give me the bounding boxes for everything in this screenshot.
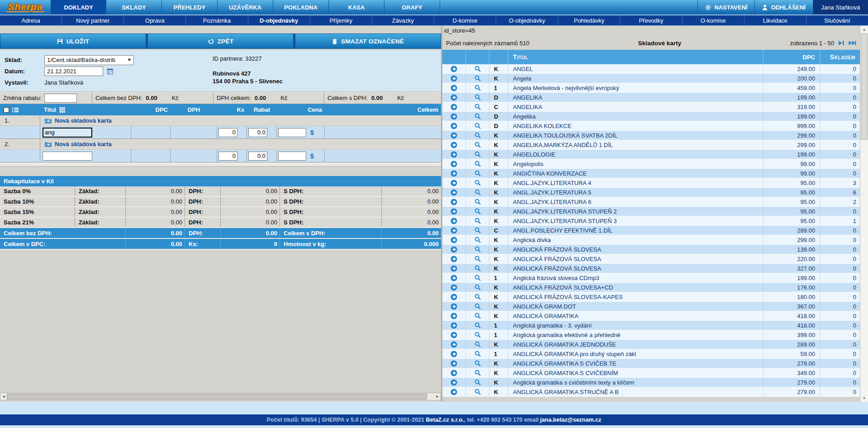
stock-card-row[interactable]: KANGELIKA TOULOUSKÁ SVATBA 2DÍL299.000: [442, 131, 860, 140]
insert-item-button[interactable]: [442, 159, 466, 169]
insert-item-button[interactable]: [442, 112, 466, 121]
insert-item-button[interactable]: [442, 188, 466, 197]
select-all-checkbox[interactable]: [4, 107, 9, 113]
stock-card-row[interactable]: KANGLICKÁ GRAM.DOT367.000: [442, 302, 860, 311]
card-detail-button[interactable]: [466, 368, 489, 378]
stock-card-row[interactable]: KANGLICKÁ GRAMATIKA S CVIČEBNÍM349.000: [442, 368, 860, 378]
stock-card-row[interactable]: 1Anglická frázová slovesa CDmp3199.000: [442, 273, 860, 283]
insert-item-button[interactable]: [442, 207, 466, 216]
stock-card-row[interactable]: KANGL.JAZYK.LITERATURA STUPEŇ 395.001: [442, 216, 860, 226]
card-detail-button[interactable]: [466, 131, 489, 140]
save-button[interactable]: ULOŽIT: [0, 33, 146, 49]
delete-marked-button[interactable]: SMAZAT OZNAČENÉ: [295, 33, 441, 49]
card-detail-button[interactable]: [466, 378, 489, 387]
next-page-button[interactable]: [838, 40, 844, 46]
insert-item-button[interactable]: [442, 378, 466, 387]
stock-card-row[interactable]: 1Anglická gramatika - 3. vydání418.000: [442, 321, 860, 330]
card-detail-button[interactable]: [466, 112, 489, 121]
tab-doklady[interactable]: DOKLADY: [51, 0, 106, 14]
scrollbar-thumb[interactable]: [7, 394, 427, 399]
insert-item-button[interactable]: [442, 311, 466, 321]
card-detail-button[interactable]: [466, 254, 489, 264]
card-detail-button[interactable]: [466, 359, 489, 368]
card-detail-button[interactable]: [466, 74, 489, 83]
subnav-item-o-komise[interactable]: O-komise: [682, 15, 744, 25]
new-stock-card-link[interactable]: Nová skladová karta: [40, 139, 441, 149]
insert-item-button[interactable]: [442, 178, 466, 188]
subnav-item-poznamka[interactable]: Poznámka: [185, 15, 247, 25]
grid-icon[interactable]: [59, 107, 65, 113]
insert-item-button[interactable]: [442, 93, 466, 102]
insert-item-button[interactable]: [442, 83, 466, 93]
insert-item-button[interactable]: [442, 283, 466, 292]
insert-item-button[interactable]: [442, 74, 466, 83]
card-detail-button[interactable]: [466, 121, 489, 131]
card-detail-button[interactable]: [466, 140, 489, 150]
stock-card-row[interactable]: DANGELIKA KOLEKCE999.000: [442, 121, 860, 131]
stock-card-row[interactable]: CANGL.POSLECHY EFEKTIVNĚ 1.DÍL289.000: [442, 226, 860, 235]
stock-card-row[interactable]: KANGL.JAZYK.LITERATURA 495.003: [442, 178, 860, 188]
insert-item-button[interactable]: [442, 121, 466, 131]
card-detail-button[interactable]: [466, 226, 489, 235]
subnav-item-likvidace[interactable]: Likvidace: [744, 15, 806, 25]
card-detail-button[interactable]: [466, 330, 489, 340]
new-stock-card-link[interactable]: Nová skladová karta: [40, 115, 441, 126]
subnav-item-prijemky[interactable]: Příjemky: [310, 15, 372, 25]
subnav-item-pohledavky[interactable]: Pohledávky: [558, 15, 620, 25]
insert-item-button[interactable]: [442, 216, 466, 226]
insert-item-button[interactable]: [442, 330, 466, 340]
card-detail-button[interactable]: [466, 83, 489, 93]
calendar-icon[interactable]: [107, 68, 114, 75]
stock-card-row[interactable]: 1Anglická gramatika efektivně a přehledn…: [442, 330, 860, 340]
insert-item-button[interactable]: [442, 197, 466, 207]
insert-item-button[interactable]: [442, 150, 466, 159]
stock-card-row[interactable]: KANGIČTINA KONVERZACE99.000: [442, 169, 860, 178]
stock-card-row[interactable]: KANGLICKÁ FRÁZOVÁ SLOVESA327.000: [442, 264, 860, 273]
vertical-scrollbar[interactable]: ▲ ▼: [860, 26, 868, 402]
subnav-item-prevodky[interactable]: Převodky: [620, 15, 682, 25]
stock-card-row[interactable]: KANGLICKÁ GRAMATIKA JEDNODUŠE289.000: [442, 340, 860, 349]
item-title-input[interactable]: [43, 152, 92, 161]
item-rabat-input[interactable]: [248, 152, 267, 161]
date-input[interactable]: 21.12.2021: [44, 67, 103, 76]
stock-card-row[interactable]: KANGEL249.000: [442, 64, 860, 74]
last-page-button[interactable]: [849, 40, 856, 46]
item-ks-input[interactable]: [218, 128, 237, 137]
card-detail-button[interactable]: [466, 387, 489, 397]
card-detail-button[interactable]: [466, 311, 489, 321]
tab-uzaverka[interactable]: UZÁVĚRKA: [218, 0, 273, 14]
insert-item-button[interactable]: [442, 140, 466, 150]
stock-card-row[interactable]: KANGL.JAZYK.LITERATURA STUPEŇ 295.000: [442, 207, 860, 216]
card-detail-button[interactable]: [466, 178, 489, 188]
card-detail-button[interactable]: [466, 283, 489, 292]
card-detail-button[interactable]: [466, 150, 489, 159]
footer-email[interactable]: jana.betaz@seznam.cz: [540, 417, 601, 423]
tab-grafy[interactable]: GRAFY: [384, 0, 440, 14]
subnav-item-d-objednavky[interactable]: D-objednávky: [248, 15, 310, 25]
tab-pokladna[interactable]: POKLADNA: [273, 0, 329, 14]
card-detail-button[interactable]: [466, 340, 489, 349]
insert-item-button[interactable]: [442, 226, 466, 235]
card-detail-button[interactable]: [466, 102, 489, 112]
insert-item-button[interactable]: [442, 245, 466, 254]
card-detail-button[interactable]: [466, 216, 489, 226]
card-detail-button[interactable]: [466, 245, 489, 254]
scroll-left-arrow[interactable]: ◄: [0, 395, 7, 399]
stock-card-row[interactable]: KANGLICKÁ GRAMATIKA418.000: [442, 311, 860, 321]
card-detail-button[interactable]: [466, 264, 489, 273]
insert-item-button[interactable]: [442, 264, 466, 273]
scroll-up-arrow[interactable]: ▲: [860, 26, 868, 33]
item-cena-input[interactable]: [278, 128, 306, 137]
subnav-item-d-komise[interactable]: D-komise: [434, 15, 496, 25]
subnav-item-zavazky[interactable]: Závazky: [372, 15, 434, 25]
card-detail-button[interactable]: [466, 93, 489, 102]
subnav-item-o-objednavky[interactable]: O-objednávky: [496, 15, 558, 25]
tab-sklady[interactable]: SKLADY: [106, 0, 162, 14]
stock-card-row[interactable]: DANGELIKA199.000: [442, 93, 860, 102]
stock-card-row[interactable]: KANGL.JAZYK.LITERATURA 695.002: [442, 197, 860, 207]
app-logo[interactable]: Sherpa: [0, 0, 51, 14]
subnav-item-adresa[interactable]: Adresa: [0, 15, 62, 25]
insert-item-button[interactable]: [442, 102, 466, 112]
insert-item-button[interactable]: [442, 169, 466, 178]
stock-card-row[interactable]: KANGELOLOGIE199.000: [442, 150, 860, 159]
